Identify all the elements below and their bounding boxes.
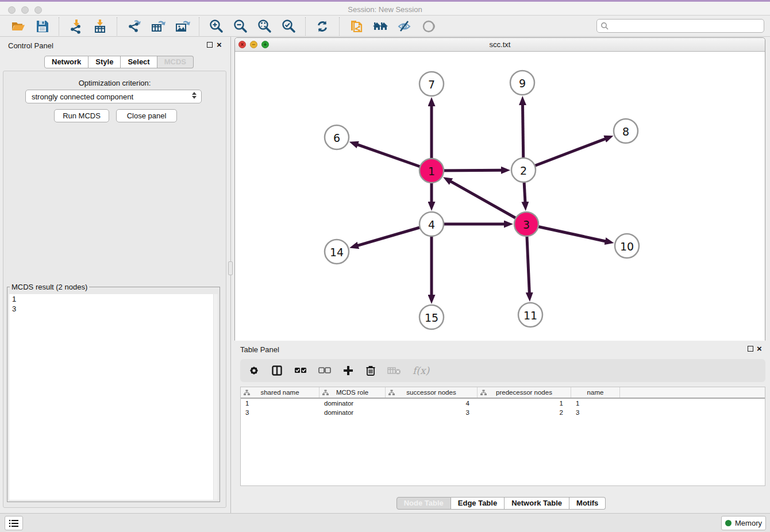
float-table-panel-icon[interactable] [748, 346, 753, 352]
column-successor-nodes[interactable]: successor nodes [386, 387, 478, 398]
column-shared-name[interactable]: shared name [241, 387, 319, 398]
optimization-criterion-select[interactable]: strongly connected component [25, 90, 202, 103]
select-all-icon[interactable] [294, 364, 307, 377]
close-table-panel-icon[interactable]: × [757, 345, 762, 352]
save-session-icon[interactable] [33, 18, 51, 35]
node-label: 11 [523, 309, 537, 322]
network-graph[interactable]: 7968124314101511 [235, 52, 765, 341]
network-overview-icon[interactable] [372, 18, 389, 35]
column-name[interactable]: name [571, 387, 620, 398]
network-close-icon[interactable]: × [238, 41, 246, 48]
toolbar-separator [59, 17, 59, 36]
hierarchy-icon [322, 390, 329, 396]
control-panel-tabs: Network Style Select MCDS [44, 56, 194, 68]
graph-node-10[interactable]: 10 [615, 234, 639, 258]
open-session-icon[interactable] [9, 18, 26, 35]
result-node-id: 3 [9, 304, 218, 314]
network-window-titlebar[interactable]: × − + scc.txt [235, 38, 765, 52]
delete-row-icon[interactable] [365, 364, 376, 377]
table-cell: 2 [478, 408, 571, 417]
import-network-icon[interactable] [67, 18, 84, 35]
tab-select[interactable]: Select [121, 56, 157, 68]
result-scrollbar[interactable] [213, 294, 218, 500]
close-panel-button[interactable]: Close panel [116, 109, 177, 122]
zoom-out-icon[interactable] [232, 18, 249, 35]
node-label: 10 [620, 240, 634, 253]
network-view-window: × − + scc.txt 7968124314101511 [234, 37, 765, 341]
graph-node-7[interactable]: 7 [419, 72, 444, 96]
tab-network-table[interactable]: Network Table [505, 497, 569, 510]
table-row[interactable]: 1dominator411 [241, 399, 765, 408]
tab-motifs[interactable]: Motifs [569, 497, 606, 510]
toolbar-separator [199, 17, 199, 36]
graph-node-11[interactable]: 11 [518, 303, 542, 327]
graph-node-9[interactable]: 9 [510, 71, 534, 95]
delete-table-icon[interactable] [387, 364, 401, 377]
export-network-icon[interactable] [125, 18, 143, 35]
graph-node-4[interactable]: 4 [419, 212, 444, 236]
tab-edge-table[interactable]: Edge Table [451, 497, 505, 510]
hierarchy-icon [388, 390, 395, 396]
fit-content-icon[interactable] [256, 18, 273, 35]
network-maximize-icon[interactable]: + [261, 41, 269, 48]
table-body: 1dominator4113dominator323 [241, 399, 765, 417]
graph-node-14[interactable]: 14 [325, 240, 349, 264]
table-options-gear-icon[interactable] [248, 364, 260, 377]
search-input[interactable] [611, 20, 764, 32]
search-field[interactable] [596, 19, 764, 33]
table-cell: 1 [241, 399, 319, 408]
node-label: 4 [428, 218, 435, 231]
deselect-all-icon[interactable] [318, 364, 331, 377]
graph-edge-2-8[interactable] [523, 139, 606, 170]
hierarchy-icon [480, 390, 487, 396]
column-filler [620, 387, 765, 398]
graph-node-6[interactable]: 6 [325, 125, 349, 149]
show-column-icon[interactable] [271, 364, 283, 377]
memory-label: Memory [735, 519, 762, 527]
node-label: 9 [519, 77, 526, 90]
float-panel-icon[interactable] [207, 42, 213, 48]
run-mcds-button[interactable]: Run MCDS [54, 109, 109, 122]
refresh-icon[interactable] [314, 18, 331, 35]
import-table-icon[interactable] [91, 18, 109, 35]
export-image-icon[interactable] [174, 18, 191, 35]
export-table-icon[interactable] [149, 18, 167, 35]
graph-node-8[interactable]: 8 [614, 119, 638, 143]
graph-node-3[interactable]: 3 [514, 212, 538, 236]
hide-graphics-details-icon[interactable] [396, 18, 413, 35]
network-file-title: scc.txt [235, 38, 765, 51]
zoom-selected-icon[interactable] [280, 18, 297, 35]
application-window: Session: New Session [0, 0, 770, 532]
tab-mcds[interactable]: MCDS [157, 56, 194, 68]
table-panel-title: Table Panel [240, 345, 279, 354]
graph-node-1[interactable]: 1 [419, 159, 444, 183]
tab-node-table[interactable]: Node Table [396, 497, 451, 510]
tab-style[interactable]: Style [88, 56, 121, 68]
apply-function-icon[interactable]: f(x) [413, 364, 429, 377]
table-row[interactable]: 3dominator323 [241, 408, 765, 417]
table-cell: 3 [386, 408, 478, 417]
table-cell-filler [620, 399, 765, 408]
graph-node-15[interactable]: 15 [419, 305, 444, 329]
show-graphics-details-icon[interactable] [420, 18, 437, 35]
network-canvas[interactable]: 7968124314101511 [235, 52, 765, 341]
mcds-result-list[interactable]: 1 3 [9, 294, 218, 500]
splitter-grip[interactable] [228, 261, 233, 275]
table-cell: 3 [571, 408, 620, 417]
node-label: 7 [428, 78, 435, 91]
graph-edge-3-1[interactable] [451, 182, 526, 224]
table-toolbar: f(x) [240, 359, 765, 382]
add-row-icon[interactable] [342, 364, 354, 377]
clone-network-icon[interactable] [348, 18, 365, 35]
zoom-in-icon[interactable] [207, 18, 225, 35]
table-header-row: shared name MCDS role successor nodes pr… [241, 387, 765, 399]
status-bar: Memory [0, 513, 770, 532]
network-minimize-icon[interactable]: − [250, 41, 257, 48]
close-panel-icon[interactable]: × [217, 41, 222, 48]
column-predecessor-nodes[interactable]: predecessor nodes [478, 387, 571, 398]
memory-button[interactable]: Memory [721, 516, 766, 530]
column-mcds-role[interactable]: MCDS role [319, 387, 386, 398]
graph-node-2[interactable]: 2 [511, 158, 536, 182]
task-history-button[interactable] [5, 516, 23, 530]
tab-network[interactable]: Network [44, 56, 88, 68]
